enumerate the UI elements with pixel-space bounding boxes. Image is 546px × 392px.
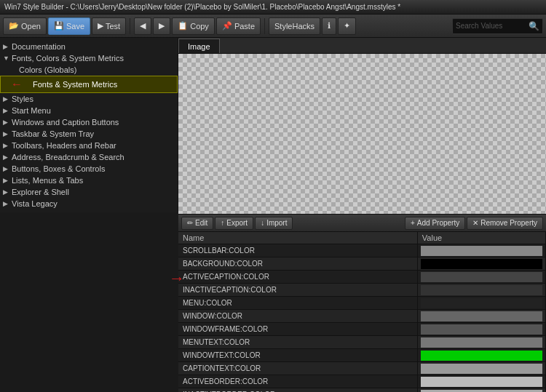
sidebar-item-address-search[interactable]: ▶Address, Breadcrumb & Search [0,151,178,163]
color-swatch [421,285,542,295]
prop-value-cell[interactable] [417,362,545,375]
tree-label: Documentation [12,42,66,51]
tree-label: Start Menu [12,106,51,115]
sidebar-item-windows-captions[interactable]: ▶Windows and Caption Buttons [0,116,178,128]
color-swatch [421,298,542,308]
prop-value-cell[interactable] [417,271,545,284]
color-swatch [421,377,542,387]
prop-name-cell: ACTIVEBORDER:COLOR [178,375,417,388]
tree-arrow: ▶ [3,153,12,161]
prop-value-cell[interactable] [417,336,545,349]
sidebar-item-buttons-boxes[interactable]: ▶Buttons, Boxes & Controls [0,163,178,175]
tree-arrow: ▶ [3,130,12,137]
table-row[interactable]: WINDOWFRAME:COLOR [178,323,546,336]
prop-table: Name Value SCROLLBAR:COLORBACKGROUND:COL… [178,232,546,392]
prop-name-cell: WINDOWTEXT:COLOR [178,349,417,362]
title-bar: Win7 Style Builder - C:\Users\Jerry\Desk… [0,0,546,15]
image-canvas [178,54,546,214]
tree-arrow: ▶ [3,43,12,50]
table-row[interactable]: INACTIVEBORDER:COLOR [178,388,546,393]
table-row[interactable]: SCROLLBAR:COLOR [178,244,546,257]
color-swatch [421,272,542,282]
table-row[interactable]: INACTIVECAPTION:COLOR [178,284,546,297]
search-icon[interactable]: 🔍 [529,21,539,31]
color-swatch [421,324,542,335]
prop-name-cell: CAPTIONTEXT:COLOR [178,362,417,375]
prop-name-cell: INACTIVEBORDER:COLOR [178,388,417,393]
tree-arrow: ▶ [3,119,12,126]
export-icon: ↑ [221,219,224,227]
prop-name-cell: MENUTEXT:COLOR [178,336,417,349]
prop-value-cell[interactable] [417,244,545,257]
save-button[interactable]: 💾 Save [48,17,90,35]
sidebar-container: ▶Documentation▼Fonts, Colors & System Me… [0,38,178,392]
sidebar-item-documentation[interactable]: ▶Documentation [0,41,178,52]
prop-value-cell[interactable] [417,310,545,323]
prop-value-cell[interactable] [417,349,545,362]
tab-image[interactable]: Image [178,39,220,53]
col-value: Value [417,232,545,244]
tree-arrow: ▶ [3,142,12,149]
prop-value-cell[interactable] [417,284,545,297]
import-icon: ↓ [261,219,264,227]
prop-value-cell[interactable] [417,297,545,310]
tree-label: Buttons, Boxes & Controls [12,164,105,173]
remove-property-button[interactable]: ✕ Remove Property [467,217,543,230]
tree-arrow: ▶ [3,95,12,103]
sidebar-item-lists-menus[interactable]: ▶Lists, Menus & Tabs [0,175,178,186]
table-row[interactable]: BACKGROUND:COLOR [178,257,546,271]
search-input[interactable] [456,22,529,30]
sidebar-item-styles[interactable]: ▶Styles [0,93,178,105]
sidebar-item-colors-globals[interactable]: Colors (Globals) [0,64,178,76]
table-row[interactable]: MENU:COLOR [178,297,546,310]
color-swatch [421,390,542,393]
edit-button[interactable]: ✏ Edit [181,217,213,230]
forward-icon: ▶ [159,21,165,31]
edit-icon: ✏ [187,219,193,227]
search-box: 🔍 [452,18,543,34]
import-button[interactable]: ↓ Import [255,217,293,230]
sidebar-item-toolbars-headers[interactable]: ▶Toolbars, Headers and Rebar [0,140,178,151]
back-button[interactable]: ◀ [134,17,151,35]
prop-right-buttons: + Add Property ✕ Remove Property [405,217,543,230]
sidebar-item-fonts-system-metrics[interactable]: ←Fonts & System Metrics [0,76,178,93]
properties-panel: ✏ Edit ↑ Export ↓ Import + Add Property [178,214,546,392]
export-button[interactable]: ↑ Export [215,217,253,230]
prop-value-cell[interactable] [417,388,545,393]
color-swatch [421,311,542,321]
table-row[interactable]: ACTIVECAPTION:COLOR [178,271,546,284]
wand-button[interactable]: ✦ [338,17,356,35]
prop-value-cell[interactable] [417,323,545,336]
table-header-row: Name Value [178,232,546,244]
back-icon: ◀ [140,21,146,31]
table-row[interactable]: ACTIVEBORDER:COLOR [178,375,546,388]
paste-button[interactable]: 📌 Paste [216,17,261,35]
sidebar-item-vista-legacy[interactable]: ▶Vista Legacy [0,198,178,209]
table-row[interactable]: WINDOW:COLOR [178,310,546,323]
copy-button[interactable]: 📋 Copy [172,17,215,35]
info-button[interactable]: ℹ [322,17,336,35]
prop-name-cell: BACKGROUND:COLOR [178,257,417,271]
tree-arrow: ▶ [3,107,12,114]
sidebar-item-explorer-shell[interactable]: ▶Explorer & Shell [0,186,178,198]
sidebar-item-fonts-colors[interactable]: ▼Fonts, Colors & System Metrics [0,52,178,64]
tree-arrow: ▼ [3,55,12,62]
prop-name-cell: WINDOW:COLOR [178,310,417,323]
add-property-button[interactable]: + Add Property [405,217,465,230]
open-button[interactable]: 📂 Open [3,17,47,35]
table-row[interactable]: WINDOWTEXT:COLOR [178,349,546,362]
prop-name-cell: SCROLLBAR:COLOR [178,244,417,257]
prop-value-cell[interactable] [417,375,545,388]
save-icon: 💾 [54,21,64,31]
tree-label: Toolbars, Headers and Rebar [12,141,116,150]
test-button[interactable]: ▶ Test [92,17,126,35]
sidebar-item-start-menu[interactable]: ▶Start Menu [0,105,178,116]
sidebar-item-taskbar-tray[interactable]: ▶Taskbar & System Tray [0,128,178,140]
stylehacks-button[interactable]: StyleHacks [269,17,320,35]
table-row[interactable]: MENUTEXT:COLOR [178,336,546,349]
tree-label: Address, Breadcrumb & Search [12,153,124,161]
forward-button[interactable]: ▶ [153,17,170,35]
table-row[interactable]: CAPTIONTEXT:COLOR [178,362,546,375]
prop-value-cell[interactable] [417,257,545,271]
toolbar: 📂 Open 💾 Save ▶ Test ◀ ▶ 📋 Copy 📌 Paste … [0,15,546,38]
